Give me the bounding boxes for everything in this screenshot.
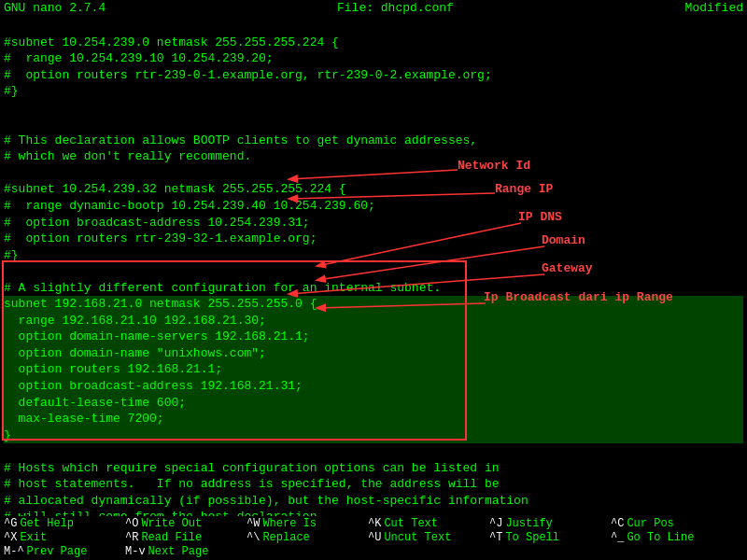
editor-line: }	[4, 427, 743, 444]
key-to-spell: ^T	[489, 531, 502, 544]
editor-line: option broadcast-address 192.168.21.31;	[4, 378, 743, 395]
annotation-gateway: Gateway	[542, 260, 593, 277]
key-uncut-text: ^U	[368, 531, 381, 544]
shortcut-get-help[interactable]: ^G Get Help	[0, 517, 121, 530]
shortcut-justify[interactable]: ^J Justify	[486, 517, 607, 530]
shortcut-next-page[interactable]: M-v Next Page	[121, 545, 243, 558]
label-replace: Replace	[262, 531, 309, 544]
label-cur-pos: Cur Pos	[627, 517, 673, 530]
shortcut-prev-page[interactable]: M-^ Prev Page	[0, 545, 121, 558]
shortcut-write-out[interactable]: ^O Write Out	[121, 517, 243, 530]
annotation-ip-broadcast: Ip Broadcast dari ip Range	[484, 289, 673, 306]
shortcut-exit[interactable]: ^X Exit	[0, 531, 121, 544]
annotation-range-ip: Range IP	[495, 181, 553, 198]
editor-line	[4, 443, 743, 460]
label-go-to-line: Go To Line	[627, 531, 694, 544]
annotation-ip-dns: IP DNS	[518, 209, 562, 226]
editor-line: #subnet 10.254.239.0 netmask 255.255.255…	[4, 35, 743, 51]
file-name: File: dhcpd.conf	[337, 1, 454, 15]
label-justify: Justify	[505, 517, 552, 530]
editor-line: #subnet 10.254.239.32 netmask 255.255.25…	[4, 181, 743, 198]
editor-area[interactable]: #subnet 10.254.239.0 netmask 255.255.255…	[0, 16, 747, 516]
editor-line: #}	[4, 83, 743, 100]
label-to-spell: To Spell	[505, 531, 559, 544]
key-write-out: ^O	[125, 517, 138, 530]
editor-line: range 192.168.21.10 192.168.21.30;	[4, 313, 743, 329]
key-cur-pos: ^C	[611, 517, 624, 530]
lines-container: #subnet 10.254.239.0 netmask 255.255.255…	[4, 18, 743, 516]
key-exit: ^X	[4, 531, 17, 544]
editor-line: # range 10.254.239.10 10.254.239.20;	[4, 50, 743, 67]
app: GNU nano 2.7.4 File: dhcpd.conf Modified…	[0, 0, 747, 560]
editor-line: # host statements. If no address is spec…	[4, 476, 743, 493]
key-prev-page: M-^	[4, 545, 24, 558]
key-where-is: ^W	[247, 517, 260, 530]
annotation-network-id: Network Id	[458, 158, 530, 175]
label-where-is: Where Is	[262, 517, 317, 530]
key-go-to-line: ^_	[611, 531, 624, 544]
label-read-file: Read File	[141, 531, 202, 544]
editor-line: # option broadcast-address 10.254.239.31…	[4, 215, 743, 231]
editor-line	[4, 18, 743, 35]
label-cut-text: Cut Text	[384, 517, 438, 530]
key-replace: ^\	[247, 531, 260, 544]
key-get-help: ^G	[4, 517, 17, 530]
shortcut-read-file[interactable]: ^R Read File	[121, 531, 243, 544]
editor-line: #}	[4, 247, 743, 264]
editor-line: option domain-name "unixhows.com";	[4, 345, 743, 362]
label-next-page: Next Page	[148, 545, 209, 558]
shortcut-go-to-line[interactable]: ^_ Go To Line	[607, 531, 728, 544]
shortcut-cut-text[interactable]: ^K Cut Text	[364, 517, 486, 530]
editor-line: # This declaration allows BOOTP clients …	[4, 133, 743, 149]
label-write-out: Write Out	[141, 517, 202, 530]
key-next-page: M-v	[125, 545, 146, 558]
shortcut-where-is[interactable]: ^W Where Is	[243, 517, 364, 530]
editor-line: # Hosts which require special configurat…	[4, 460, 743, 477]
editor-line: # option routers rtr-239-32-1.example.or…	[4, 231, 743, 247]
key-read-file: ^R	[125, 531, 138, 544]
key-justify: ^J	[489, 517, 502, 530]
editor-line: # will still come from the host declarat…	[4, 509, 743, 516]
editor-line: max-lease-time 7200;	[4, 411, 743, 427]
shortcut-to-spell[interactable]: ^T To Spell	[486, 531, 607, 544]
editor-line: option domain-name-servers 192.168.21.1;	[4, 329, 743, 345]
title-bar: GNU nano 2.7.4 File: dhcpd.conf Modified	[0, 0, 747, 16]
shortcut-cur-pos[interactable]: ^C Cur Pos	[607, 517, 728, 530]
app-name: GNU nano 2.7.4	[4, 1, 106, 15]
editor-line: default-lease-time 600;	[4, 395, 743, 412]
editor-line	[4, 116, 743, 133]
editor-line: option routers 192.168.21.1;	[4, 361, 743, 378]
shortcut-replace[interactable]: ^\ Replace	[243, 531, 364, 544]
shortcut-bar: ^G Get Help ^O Write Out ^W Where Is ^K …	[0, 516, 747, 560]
annotation-domain: Domain	[542, 232, 585, 249]
key-cut-text: ^K	[368, 517, 381, 530]
editor-line: # range dynamic-bootp 10.254.239.40 10.2…	[4, 198, 743, 215]
label-exit: Exit	[20, 531, 47, 544]
editor-line: # option routers rtr-239-0-1.example.org…	[4, 67, 743, 84]
label-uncut-text: Uncut Text	[384, 531, 451, 544]
modified-status: Modified	[685, 1, 743, 15]
editor-line: # which we don't really recommend.	[4, 148, 743, 165]
editor-line	[4, 100, 743, 117]
editor-line	[4, 165, 743, 182]
editor-line: # allocated dynamically (if possible), b…	[4, 493, 743, 510]
editor-line	[4, 263, 743, 280]
label-prev-page: Prev Page	[27, 545, 88, 558]
shortcut-uncut-text[interactable]: ^U Uncut Text	[364, 531, 486, 544]
label-get-help: Get Help	[20, 517, 74, 530]
